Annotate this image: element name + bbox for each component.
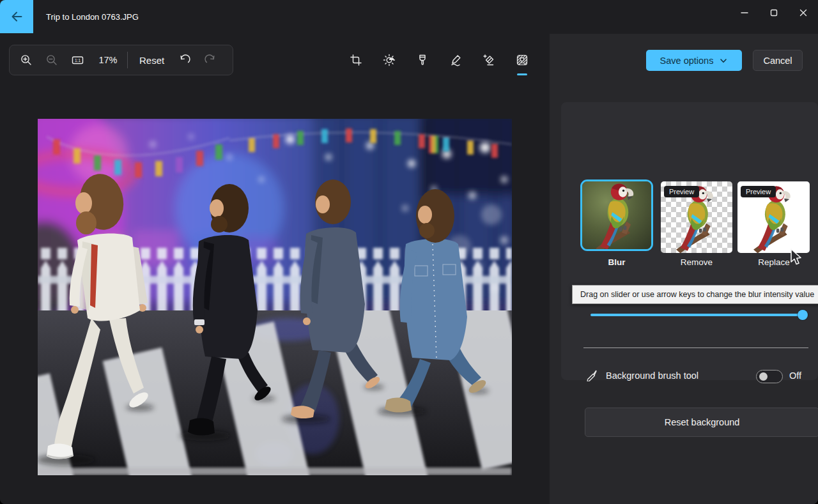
- close-icon: [799, 9, 807, 17]
- cancel-button[interactable]: Cancel: [753, 50, 803, 71]
- option-remove-label: Remove: [658, 257, 735, 267]
- save-options-label: Save options: [660, 56, 714, 66]
- filter-brush-icon: [416, 54, 429, 66]
- selected-tab-underline: [517, 73, 527, 75]
- zoom-in-button[interactable]: [13, 47, 39, 73]
- save-options-button[interactable]: Save options: [646, 50, 742, 71]
- retouch-eraser-icon: [482, 54, 495, 66]
- zoom-out-button[interactable]: [39, 47, 65, 73]
- toolbar-divider: [127, 52, 128, 68]
- crop-icon: [350, 54, 362, 66]
- tab-background[interactable]: [509, 47, 535, 73]
- title-bar: Trip to London 0763.JPG: [0, 0, 818, 34]
- tab-retouch[interactable]: [476, 47, 502, 73]
- photos-app-window: Trip to London 0763.JPG: [0, 0, 818, 504]
- section-divider: [583, 347, 808, 348]
- background-options-card: Blur Preview Remove Preview Replace Drag…: [561, 102, 818, 380]
- editor-canvas-area: 1:1 17% Reset: [0, 34, 550, 504]
- undo-icon: [178, 54, 191, 66]
- background-brush-tool-label: Background brush tool: [606, 370, 698, 381]
- chevron-down-icon: [719, 56, 728, 65]
- minimize-button[interactable]: [730, 0, 759, 26]
- maximize-button[interactable]: [759, 0, 789, 26]
- option-replace-thumbnail[interactable]: Preview: [737, 181, 810, 253]
- reset-background-button[interactable]: Reset background: [585, 408, 818, 437]
- edit-tools: [343, 47, 535, 73]
- blur-intensity-slider[interactable]: [590, 310, 806, 320]
- svg-text:1:1: 1:1: [74, 58, 80, 63]
- markup-pen-icon: [449, 54, 462, 66]
- actual-size-button[interactable]: 1:1: [65, 47, 90, 73]
- option-replace-label: Replace: [736, 257, 812, 267]
- background-brush-toggle[interactable]: [756, 370, 783, 383]
- background-icon: [516, 54, 529, 66]
- back-arrow-icon: [10, 10, 24, 24]
- brush-icon: [585, 369, 598, 381]
- slider-thumb[interactable]: [798, 310, 808, 320]
- option-remove-thumbnail[interactable]: Preview: [661, 181, 732, 253]
- zoom-toolbar: 1:1 17% Reset: [9, 45, 233, 75]
- slider-tooltip: Drag on slider or use arrow keys to chan…: [572, 285, 818, 304]
- toggle-state-label: Off: [789, 370, 801, 381]
- close-button[interactable]: [789, 0, 818, 26]
- adjustment-sun-icon: [383, 54, 396, 66]
- undo-button[interactable]: [172, 47, 197, 73]
- window-controls: [730, 0, 818, 26]
- photo-canvas[interactable]: [38, 119, 512, 475]
- tab-filter[interactable]: [410, 47, 435, 73]
- zoom-in-icon: [20, 54, 33, 66]
- zoom-level: 17%: [90, 55, 126, 65]
- tab-crop[interactable]: [343, 47, 369, 73]
- preview-badge: Preview: [741, 186, 776, 197]
- option-blur-thumbnail[interactable]: [580, 179, 653, 251]
- redo-button[interactable]: [197, 47, 223, 73]
- redo-icon: [204, 54, 217, 66]
- minimize-icon: [741, 9, 748, 17]
- maximize-icon: [770, 9, 778, 17]
- actual-size-icon: 1:1: [71, 54, 84, 66]
- window-title: Trip to London 0763.JPG: [46, 0, 139, 34]
- photo-beatles-crossing: [38, 119, 512, 475]
- slider-track[interactable]: [590, 314, 806, 316]
- tab-markup[interactable]: [443, 47, 468, 73]
- back-button[interactable]: [0, 0, 33, 33]
- parrot-image: [586, 179, 647, 251]
- toggle-knob: [759, 372, 768, 381]
- preview-badge: Preview: [664, 186, 699, 197]
- tab-adjustment[interactable]: [376, 47, 402, 73]
- background-panel: Save options Cancel Blur Preview Remove: [550, 34, 818, 504]
- zoom-out-icon: [45, 54, 58, 66]
- reset-zoom-button[interactable]: Reset: [132, 55, 172, 66]
- option-blur-label: Blur: [578, 257, 655, 267]
